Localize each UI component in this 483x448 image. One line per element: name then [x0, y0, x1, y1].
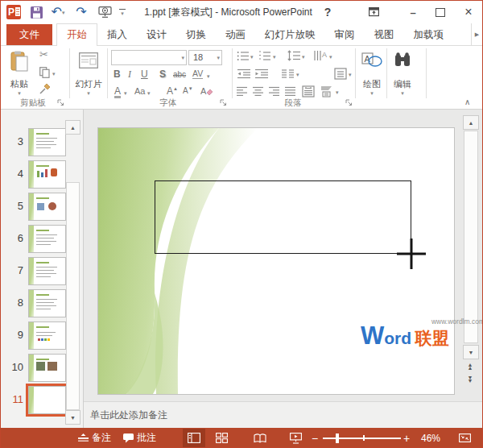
bullets-button[interactable] [237, 51, 250, 61]
line-spacing-button[interactable] [287, 50, 301, 61]
font-color-dropdown[interactable]: ▾ [124, 90, 127, 96]
align-text-dropdown[interactable]: ▾ [349, 72, 352, 77]
cut-button[interactable]: ✂ [39, 49, 48, 60]
text-direction-button[interactable]: A [313, 50, 328, 61]
convert-smartart-dropdown[interactable]: ▾ [336, 89, 339, 95]
increase-indent-button[interactable] [254, 68, 269, 79]
paste-button[interactable]: 粘贴 ▾ [5, 48, 34, 98]
justify-button[interactable] [284, 86, 296, 97]
font-dialog-launcher[interactable] [220, 99, 227, 106]
font-size-combo[interactable]: 18 ▾ [188, 50, 222, 65]
grow-font-button[interactable]: A▲ [167, 86, 178, 96]
powerpoint-app-icon[interactable]: P [6, 5, 21, 19]
slide-thumbnail-4[interactable] [28, 160, 66, 189]
tab-scroll-right-button[interactable]: ▶ [471, 23, 482, 45]
slide-thumbnail-9[interactable] [28, 321, 66, 350]
slide-thumbnail-7[interactable] [28, 257, 66, 285]
character-spacing-button[interactable]: AV [192, 69, 203, 79]
zoom-slider-track[interactable] [323, 438, 401, 439]
panel-scroll-up-button[interactable]: ▲ [65, 120, 80, 135]
slide-thumbnail-5[interactable] [28, 193, 66, 221]
ribbon-tab-动画[interactable]: 动画 [216, 24, 255, 46]
font-name-combo[interactable]: ▾ [111, 50, 187, 65]
change-case-button[interactable]: Aa [134, 87, 145, 96]
font-color-button[interactable]: A [114, 86, 121, 98]
strikethrough-button[interactable]: abc [173, 71, 186, 79]
slide-thumbnail-8[interactable] [28, 289, 66, 317]
copy-dropdown-icon[interactable]: ▾ [52, 71, 56, 77]
slide-thumbnail-3[interactable] [28, 128, 66, 156]
align-right-button[interactable] [268, 86, 280, 97]
zoom-out-button[interactable]: − [312, 428, 318, 448]
new-slide-button[interactable]: 幻灯片 ▾ [73, 48, 104, 98]
distribute-text-button[interactable] [302, 85, 315, 97]
drawing-menu-button[interactable]: A 绘图 ▾ [358, 48, 386, 98]
ribbon-tab-审阅[interactable]: 审阅 [325, 24, 365, 46]
ribbon-display-options-button[interactable] [365, 1, 382, 23]
zoom-in-button[interactable]: + [403, 428, 410, 448]
columns-button[interactable] [281, 68, 295, 79]
comments-toggle-button[interactable]: 批注 [123, 428, 156, 448]
ribbon-tab-插入[interactable]: 插入 [97, 24, 137, 46]
save-button[interactable] [28, 1, 44, 23]
qat-customize-button[interactable]: ▾ [117, 1, 128, 23]
bullets-dropdown[interactable]: ▾ [250, 54, 254, 60]
collapse-ribbon-button[interactable]: ∧ [464, 97, 470, 106]
canvas-scroll-up-button[interactable]: ▲ [463, 115, 479, 130]
ribbon-tab-加载项[interactable]: 加载项 [404, 24, 454, 46]
clipboard-dialog-launcher[interactable] [57, 99, 64, 106]
minimize-button[interactable]: – [403, 1, 423, 23]
notes-pane[interactable]: 单击此处添加备注 [84, 401, 482, 429]
slideshow-view-button[interactable] [284, 429, 307, 447]
ribbon-tab-文件[interactable]: 文件 [6, 24, 52, 46]
align-text-button[interactable] [334, 68, 347, 80]
italic-button[interactable]: I [128, 69, 131, 79]
ribbon-tab-幻灯片放映[interactable]: 幻灯片放映 [255, 24, 325, 46]
slide-thumbnail-6[interactable] [28, 225, 66, 253]
zoom-level[interactable]: 46% [421, 428, 440, 448]
slide-canvas-area[interactable]: www.wordlm.com Word 联盟 ▲ ▼ ▲▲ ▼▼ [84, 110, 482, 401]
text-direction-dropdown[interactable]: ▾ [329, 54, 332, 60]
canvas-scrollbar-thumb[interactable] [464, 131, 478, 343]
previous-slide-button[interactable]: ▲▲ [463, 363, 477, 370]
help-button[interactable]: ? [320, 1, 336, 23]
clear-formatting-button[interactable]: A [200, 86, 213, 97]
close-button[interactable]: × [458, 1, 479, 23]
shrink-font-button[interactable]: A▼ [183, 86, 193, 95]
text-shadow-button[interactable]: S [159, 69, 166, 79]
slide-thumbnail-11[interactable] [28, 386, 66, 414]
next-slide-button[interactable]: ▼▼ [463, 376, 477, 383]
decrease-indent-button[interactable] [237, 68, 251, 79]
numbering-dropdown[interactable]: ▾ [273, 54, 276, 60]
ribbon-tab-视图[interactable]: 视图 [365, 24, 404, 46]
panel-scroll-down-button[interactable]: ▼ [65, 410, 80, 425]
reading-view-button[interactable] [249, 429, 271, 447]
fit-slide-to-window-button[interactable] [453, 429, 476, 447]
numbering-button[interactable] [258, 51, 271, 61]
maximize-button[interactable] [431, 1, 450, 23]
editing-menu-button[interactable]: 编辑 ▾ [389, 48, 416, 98]
ribbon-tab-开始[interactable]: 开始 [56, 23, 97, 46]
change-case-dropdown[interactable]: ▾ [147, 90, 151, 96]
format-painter-button[interactable] [39, 83, 51, 94]
convert-smartart-button[interactable] [320, 85, 333, 97]
line-spacing-dropdown[interactable]: ▾ [302, 54, 305, 60]
undo-button[interactable]: ↶ ▾ [47, 1, 68, 23]
bold-button[interactable]: B [114, 69, 121, 79]
slide-sorter-view-button[interactable] [210, 429, 233, 447]
copy-button[interactable] [39, 67, 50, 78]
start-slideshow-button[interactable] [96, 1, 114, 23]
zoom-slider-thumb[interactable] [336, 433, 339, 443]
notes-toggle-button[interactable]: 备注 [78, 428, 111, 448]
slide-thumbnail-10[interactable] [28, 354, 66, 382]
redo-button[interactable]: ↷ [73, 1, 89, 23]
normal-view-button[interactable] [183, 429, 205, 447]
panel-scrollbar-thumb[interactable] [66, 182, 80, 410]
paragraph-dialog-launcher[interactable] [345, 99, 353, 106]
ribbon-tab-设计[interactable]: 设计 [137, 24, 176, 46]
align-center-button[interactable] [252, 86, 264, 97]
underline-button[interactable]: U [141, 69, 148, 79]
character-spacing-dropdown[interactable]: ▾ [207, 73, 210, 79]
ribbon-tab-切换[interactable]: 切换 [176, 24, 216, 46]
columns-dropdown[interactable]: ▾ [296, 72, 299, 77]
